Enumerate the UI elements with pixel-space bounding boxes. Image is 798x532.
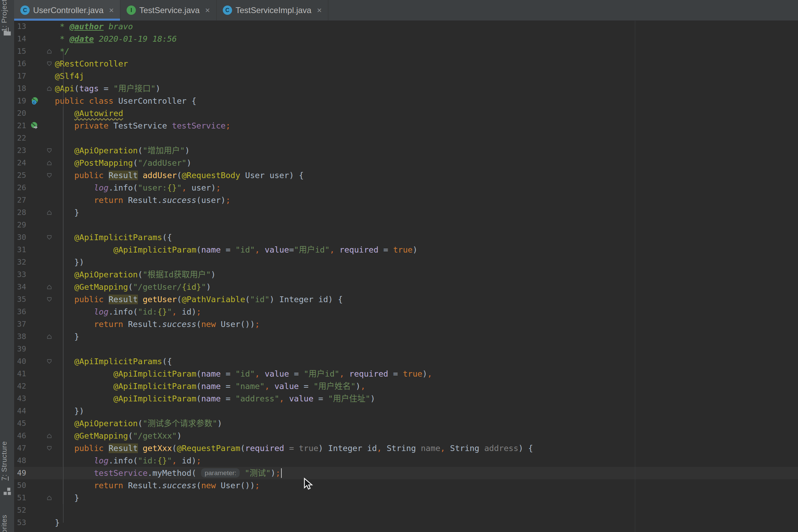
code-text[interactable]: public Result addUser(@RequestBody User … xyxy=(55,169,798,182)
fold-end-marker-icon[interactable] xyxy=(43,206,55,219)
code-text[interactable]: } xyxy=(55,206,798,219)
code-line-17[interactable]: 17@Slf4j xyxy=(14,70,798,82)
code-line-24[interactable]: 24 @PostMapping("/addUser") xyxy=(14,157,798,169)
code-line-22[interactable]: 22 xyxy=(14,132,798,144)
code-line-41[interactable]: 41 @ApiImplicitParam(name = "id", value … xyxy=(14,368,798,380)
code-text[interactable]: @Slf4j xyxy=(55,70,798,82)
code-text[interactable]: @PostMapping("/addUser") xyxy=(55,157,798,169)
code-line-51[interactable]: 51 } xyxy=(14,492,798,504)
code-text[interactable]: @Autowired xyxy=(55,107,798,120)
code-line-36[interactable]: 36 log.info("id:{}", id); xyxy=(14,306,798,318)
fold-start-marker-icon[interactable] xyxy=(43,144,55,157)
code-line-37[interactable]: 37 return Result.success(new User()); xyxy=(14,318,798,330)
fold-start-marker-icon[interactable] xyxy=(43,169,55,182)
code-text[interactable] xyxy=(55,132,798,144)
code-text[interactable]: private TestService testService; xyxy=(55,120,798,132)
fold-end-marker-icon[interactable] xyxy=(43,281,55,293)
spring-autowired-icon[interactable] xyxy=(26,120,43,132)
code-line-25[interactable]: 25 public Result addUser(@RequestBody Us… xyxy=(14,169,798,182)
code-line-16[interactable]: 16@RestController xyxy=(14,58,798,70)
code-line-45[interactable]: 45 @ApiOperation("测试多个请求参数") xyxy=(14,417,798,430)
code-text[interactable]: @ApiImplicitParams({ xyxy=(55,355,798,368)
tab-close-icon[interactable]: × xyxy=(317,6,322,14)
code-text[interactable]: @ApiImplicitParam(name = "id", value="用户… xyxy=(55,244,798,256)
fold-end-marker-icon[interactable] xyxy=(43,430,55,442)
code-text[interactable]: @ApiImplicitParam(name = "address", valu… xyxy=(55,392,798,405)
code-line-19[interactable]: 19Cpublic class UserController { xyxy=(14,95,798,107)
code-line-39[interactable]: 39 xyxy=(14,343,798,355)
code-text[interactable]: log.info("user:{}", user); xyxy=(55,182,798,194)
code-line-21[interactable]: 21 private TestService testService; xyxy=(14,120,798,132)
code-text[interactable]: @RestController xyxy=(55,58,798,70)
editor-tab-TestService.java[interactable]: ITestService.java× xyxy=(120,0,217,20)
code-line-14[interactable]: 14 * @date 2020-01-19 18:56 xyxy=(14,33,798,45)
code-text[interactable]: * @date 2020-01-19 18:56 xyxy=(55,33,798,45)
code-line-50[interactable]: 50 return Result.success(new User()); xyxy=(14,479,798,492)
code-line-48[interactable]: 48 log.info("id:{}", id); xyxy=(14,454,798,467)
tab-close-icon[interactable]: × xyxy=(205,6,210,14)
fold-start-marker-icon[interactable] xyxy=(43,355,55,368)
code-editor[interactable]: 13 * @author bravo14 * @date 2020-01-19 … xyxy=(14,20,798,532)
code-line-38[interactable]: 38 } xyxy=(14,330,798,343)
fold-start-marker-icon[interactable] xyxy=(43,442,55,454)
code-text[interactable]: @GetMapping("/getUser/{id}") xyxy=(55,281,798,293)
code-line-35[interactable]: 35 public Result getUser(@PathVariable("… xyxy=(14,293,798,306)
code-text[interactable]: return Result.success(new User()); xyxy=(55,479,798,492)
code-line-44[interactable]: 44 }) xyxy=(14,405,798,417)
code-line-53[interactable]: 53} xyxy=(14,516,798,529)
fold-end-marker-icon[interactable] xyxy=(43,45,55,58)
fold-end-marker-icon[interactable] xyxy=(43,330,55,343)
code-text[interactable]: @ApiOperation("根据Id获取用户") xyxy=(55,268,798,281)
editor-tab-TestServiceImpl.java[interactable]: CTestServiceImpl.java× xyxy=(217,0,328,20)
fold-start-marker-icon[interactable] xyxy=(43,231,55,244)
code-line-26[interactable]: 26 log.info("user:{}", user); xyxy=(14,182,798,194)
code-text[interactable]: * @author bravo xyxy=(55,20,798,33)
code-text[interactable]: @ApiImplicitParam(name = "id", value = "… xyxy=(55,368,798,380)
code-line-32[interactable]: 32 }) xyxy=(14,256,798,268)
code-line-43[interactable]: 43 @ApiImplicitParam(name = "address", v… xyxy=(14,392,798,405)
code-line-40[interactable]: 40 @ApiImplicitParams({ xyxy=(14,355,798,368)
code-text[interactable]: testService.myMethod( parameter: "测试"); xyxy=(55,467,798,479)
code-line-52[interactable]: 52 xyxy=(14,504,798,516)
code-text[interactable]: @ApiOperation("测试多个请求参数") xyxy=(55,417,798,430)
code-text[interactable]: log.info("id:{}", id); xyxy=(55,454,798,467)
code-text[interactable] xyxy=(55,343,798,355)
code-line-29[interactable]: 29 xyxy=(14,219,798,231)
code-text[interactable]: public class UserController { xyxy=(55,95,798,107)
code-line-31[interactable]: 31 @ApiImplicitParam(name = "id", value=… xyxy=(14,244,798,256)
code-text[interactable]: @ApiImplicitParams({ xyxy=(55,231,798,244)
fold-start-marker-icon[interactable] xyxy=(43,58,55,70)
code-text[interactable]: @ApiImplicitParam(name = "name", value =… xyxy=(55,380,798,392)
code-line-33[interactable]: 33 @ApiOperation("根据Id获取用户") xyxy=(14,268,798,281)
code-line-18[interactable]: 18@Api(tags = "用户接口") xyxy=(14,82,798,95)
code-line-13[interactable]: 13 * @author bravo xyxy=(14,20,798,33)
code-line-15[interactable]: 15 */ xyxy=(14,45,798,58)
code-text[interactable]: return Result.success(user); xyxy=(55,194,798,206)
code-line-34[interactable]: 34 @GetMapping("/getUser/{id}") xyxy=(14,281,798,293)
code-text[interactable]: }) xyxy=(55,256,798,268)
spring-bean-icon[interactable]: C xyxy=(26,95,43,107)
code-text[interactable]: }) xyxy=(55,405,798,417)
structure-toolwindow-button[interactable]: 7: Structure xyxy=(0,444,14,478)
code-text[interactable]: public Result getUser(@PathVariable("id"… xyxy=(55,293,798,306)
code-line-42[interactable]: 42 @ApiImplicitParam(name = "name", valu… xyxy=(14,380,798,392)
fold-end-marker-icon[interactable] xyxy=(43,492,55,504)
code-line-27[interactable]: 27 return Result.success(user); xyxy=(14,194,798,206)
code-text[interactable]: } xyxy=(55,330,798,343)
code-text[interactable]: */ xyxy=(55,45,798,58)
tab-close-icon[interactable]: × xyxy=(109,6,114,14)
code-text[interactable]: @GetMapping("/getXxx") xyxy=(55,430,798,442)
code-text[interactable]: return Result.success(new User()); xyxy=(55,318,798,330)
code-line-47[interactable]: 47 public Result getXxx(@RequestParam(re… xyxy=(14,442,798,454)
code-text[interactable]: public Result getXxx(@RequestParam(requi… xyxy=(55,442,798,454)
favorites-toolwindow-button[interactable]: orites xyxy=(0,512,14,532)
editor-tab-UserController.java[interactable]: CUserController.java× xyxy=(14,0,120,20)
code-line-28[interactable]: 28 } xyxy=(14,206,798,219)
code-text[interactable]: @ApiOperation("增加用户") xyxy=(55,144,798,157)
code-text[interactable]: @Api(tags = "用户接口") xyxy=(55,82,798,95)
code-line-49[interactable]: 49 testService.myMethod( parameter: "测试"… xyxy=(14,467,798,479)
project-toolwindow-button[interactable]: 1: Project xyxy=(0,2,14,29)
fold-end-marker-icon[interactable] xyxy=(43,82,55,95)
code-line-20[interactable]: 20 @Autowired xyxy=(14,107,798,120)
code-text[interactable]: } xyxy=(55,516,798,529)
